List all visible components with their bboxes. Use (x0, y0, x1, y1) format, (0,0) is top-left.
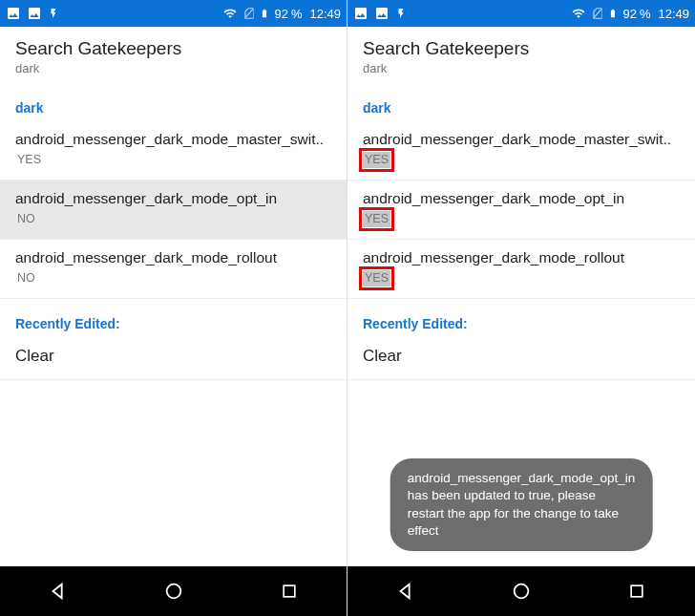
bolt-icon (395, 6, 407, 21)
recently-edited-label: Recently Edited: (348, 299, 695, 337)
gatekeeper-title: android_messenger_dark_mode_master_swit.… (363, 131, 680, 148)
clear-button[interactable]: Clear (0, 337, 347, 380)
image-icon (353, 6, 369, 21)
search-placeholder: Search Gatekeepers (15, 38, 331, 59)
battery-icon (608, 6, 618, 21)
phone-left: 92 % 12:49 Search Gatekeepers dark dark … (0, 0, 348, 616)
gatekeeper-item[interactable]: android_messenger_dark_mode_opt_in YES (348, 181, 695, 240)
gatekeeper-title: android_messenger_dark_mode_opt_in (15, 190, 331, 207)
svg-rect-5 (631, 585, 642, 597)
battery-icon (260, 6, 269, 21)
gatekeeper-value: NO (15, 211, 37, 227)
gatekeeper-item[interactable]: android_messenger_dark_mode_master_swit.… (348, 121, 695, 181)
svg-rect-2 (284, 585, 295, 597)
image-icon (6, 6, 21, 21)
home-button[interactable] (147, 572, 200, 610)
sim-icon (242, 6, 256, 21)
bolt-icon (48, 6, 59, 21)
image-icon (27, 6, 42, 21)
gatekeeper-item[interactable]: android_messenger_dark_mode_opt_in NO (0, 181, 347, 240)
battery-text: 92 % (623, 7, 651, 21)
gatekeeper-value: YES (363, 270, 390, 287)
nav-bar (0, 566, 347, 616)
search-query: dark (15, 61, 331, 75)
search-area[interactable]: Search Gatekeepers dark (348, 27, 695, 83)
gatekeeper-title: android_messenger_dark_mode_opt_in (363, 190, 680, 207)
home-button[interactable] (495, 572, 548, 610)
gatekeeper-value: YES (363, 211, 390, 227)
phone-right: 92 % 12:49 Search Gatekeepers dark dark … (348, 0, 695, 616)
gatekeeper-value: YES (363, 152, 390, 168)
gatekeeper-title: android_messenger_dark_mode_master_swit.… (15, 131, 331, 148)
section-label: dark (348, 83, 695, 121)
status-bar: 92 % 12:49 (0, 0, 347, 27)
svg-point-1 (166, 584, 180, 599)
search-query: dark (363, 61, 680, 75)
recents-button[interactable] (263, 572, 316, 610)
svg-point-4 (515, 584, 529, 599)
gatekeeper-item[interactable]: android_messenger_dark_mode_master_swit.… (0, 121, 347, 181)
clock-text: 12:49 (309, 7, 341, 21)
back-button[interactable] (32, 572, 85, 610)
gatekeeper-title: android_messenger_dark_mode_rollout (363, 249, 680, 266)
gatekeeper-value: YES (15, 152, 43, 168)
toast-message: android_messenger_dark_mode_opt_in has b… (390, 458, 653, 551)
status-bar: 92 % 12:49 (348, 0, 695, 27)
sim-icon (591, 6, 604, 21)
back-button[interactable] (379, 572, 432, 610)
recently-edited-label: Recently Edited: (0, 299, 347, 337)
nav-bar (348, 566, 695, 616)
gatekeeper-item[interactable]: android_messenger_dark_mode_rollout YES (348, 240, 695, 299)
wifi-icon (221, 7, 239, 20)
battery-text: 92 % (275, 7, 303, 21)
image-icon (374, 6, 390, 21)
search-placeholder: Search Gatekeepers (363, 38, 680, 59)
gatekeeper-title: android_messenger_dark_mode_rollout (15, 249, 331, 266)
gatekeeper-value: NO (15, 270, 37, 287)
clock-text: 12:49 (658, 7, 689, 21)
section-label: dark (0, 83, 347, 121)
clear-button[interactable]: Clear (348, 337, 695, 380)
search-area[interactable]: Search Gatekeepers dark (0, 27, 347, 83)
gatekeeper-item[interactable]: android_messenger_dark_mode_rollout NO (0, 240, 347, 299)
recents-button[interactable] (610, 572, 663, 610)
wifi-icon (570, 7, 587, 20)
